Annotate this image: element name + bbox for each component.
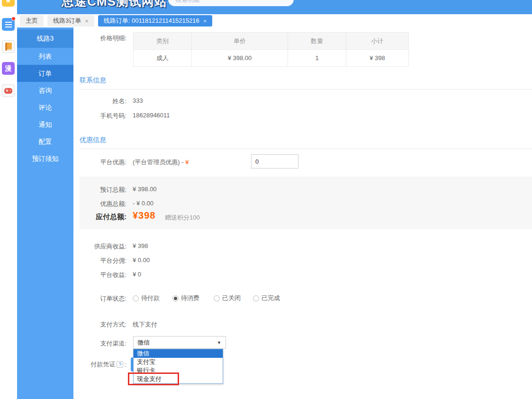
- notification-dot: [11, 17, 16, 21]
- name-value: 333: [133, 97, 143, 104]
- radio-option-pending-consume[interactable]: 待消费: [172, 294, 214, 302]
- discount-amount-input[interactable]: [251, 154, 298, 168]
- radio-option-completed[interactable]: 已完成: [253, 294, 280, 302]
- platform-discount-label: 平台优惠:: [73, 158, 126, 167]
- dropdown-option-wechat[interactable]: 微信: [134, 349, 223, 358]
- radio-icon-checked[interactable]: [172, 295, 179, 301]
- price-table-header-row: 类别 单价 数量 小计: [134, 33, 409, 50]
- col-header-subtotal: 小计: [346, 33, 409, 50]
- sidebar-item-inquiry[interactable]: 咨询: [17, 82, 73, 99]
- radio-option-closed[interactable]: 已关闭: [214, 294, 253, 302]
- section-heading-discount: 优惠信息: [80, 136, 532, 149]
- cell-subtotal: ¥ 398: [346, 50, 409, 67]
- supplier-revenue-label: 供应商收益:: [73, 242, 126, 251]
- radio-option-pending-payment[interactable]: 待付款: [133, 294, 172, 302]
- platform-commission-label: 平台分佣:: [73, 257, 126, 265]
- radio-icon[interactable]: [214, 295, 220, 301]
- annotation-highlight-box: [128, 372, 179, 385]
- phone-value: 18628946011: [133, 112, 170, 119]
- col-header-category: 类别: [134, 33, 192, 50]
- platform-revenue-value: ¥ 0: [133, 271, 141, 278]
- price-detail-table: 类别 单价 数量 小计 成人 ¥ 398.00 1 ¥ 398: [133, 32, 409, 67]
- platform-revenue-label: 平台收益:: [73, 271, 126, 279]
- close-icon[interactable]: ×: [203, 18, 207, 25]
- favorites-star-icon[interactable]: ★: [2, 0, 15, 7]
- book-icon[interactable]: [2, 40, 15, 53]
- bonus-points-note: 赠送积分100: [165, 213, 200, 222]
- totals-summary-box: 预订总额: ¥ 398.00 优惠总额: - ¥ 0.00 应付总额: ¥398…: [80, 177, 532, 229]
- payable-total-value: ¥398: [133, 210, 156, 221]
- help-icon[interactable]: ?: [117, 361, 123, 368]
- booking-total-label: 预订总额:: [80, 186, 126, 194]
- manga-icon[interactable]: 漫: [2, 62, 15, 75]
- currency-symbol: ¥: [185, 159, 189, 166]
- order-detail-panel: 价格明细: 类别 单价 数量 小计 成人 ¥ 398.00 1 ¥ 398 联系…: [73, 27, 532, 399]
- selected-channel-value: 微信: [137, 338, 150, 347]
- sidebar-item-notice[interactable]: 通知: [17, 116, 73, 133]
- tab-home[interactable]: 主页: [20, 15, 44, 27]
- search-box: [168, 0, 294, 6]
- order-status-row: 订单状态: 待付款 待消费 已关闭 已完成: [73, 294, 532, 302]
- price-table-row: 成人 ¥ 398.00 1 ¥ 398: [134, 50, 409, 67]
- close-icon[interactable]: ×: [85, 18, 89, 25]
- app-dock: ★ 漫 + ·: [0, 0, 17, 399]
- sidebar: 线路3 列表 订单 咨询 评论 通知 配置 预订须知: [17, 27, 73, 399]
- news-icon[interactable]: [2, 18, 15, 31]
- chevron-down-icon: ▼: [217, 340, 221, 345]
- sidebar-item-list[interactable]: 列表: [17, 48, 73, 65]
- book-glyph: [5, 43, 12, 51]
- discount-total-value: - ¥ 0.00: [133, 200, 153, 207]
- sidebar-item-comments[interactable]: 评论: [17, 99, 73, 116]
- tab-bar: 主页 线路3订单 × 线路订单: 00118121211415215216 ×: [17, 14, 532, 27]
- search-input[interactable]: [175, 0, 275, 6]
- payment-channel-label: 支付渠道:: [73, 339, 126, 348]
- cell-category: 成人: [134, 50, 192, 67]
- top-header: 思途CMS测试网站: [17, 0, 532, 14]
- tab-route3-orders[interactable]: 线路3订单 ×: [47, 15, 94, 27]
- phone-label: 手机号码:: [73, 112, 126, 120]
- section-heading-contact: 联系信息: [80, 76, 532, 89]
- radio-icon[interactable]: [133, 295, 139, 301]
- order-status-radio-group: 待付款 待消费 已关闭 已完成: [133, 294, 280, 302]
- payment-method-label: 支付方式:: [73, 320, 126, 329]
- discount-total-label: 优惠总额:: [80, 200, 126, 208]
- name-label: 姓名:: [73, 97, 126, 106]
- tab-route-order-detail[interactable]: 线路订单: 00118121211415215216 ×: [98, 15, 213, 27]
- radio-icon[interactable]: [253, 295, 259, 301]
- platform-discount-desc: (平台管理员优惠) - ¥: [133, 158, 189, 167]
- order-status-label: 订单状态:: [73, 294, 126, 303]
- sidebar-title-route3[interactable]: 线路3: [17, 29, 73, 48]
- payment-channel-select[interactable]: 微信 ▼: [133, 336, 226, 349]
- payable-total-label: 应付总额:: [80, 213, 126, 222]
- sidebar-item-booking-notes[interactable]: 预订须知: [17, 150, 73, 167]
- booking-total-value: ¥ 398.00: [133, 186, 157, 193]
- platform-commission-value: ¥ 0.00: [133, 257, 150, 264]
- gamepad-glyph: + ·: [4, 88, 12, 94]
- payment-method-value: 线下支付: [133, 320, 157, 329]
- search-icon-handle: [284, 0, 287, 0]
- price-detail-label: 价格明细:: [73, 34, 126, 43]
- sidebar-item-orders[interactable]: 订单: [17, 65, 73, 82]
- sidebar-item-config[interactable]: 配置: [17, 133, 73, 150]
- game-icon[interactable]: + ·: [2, 84, 15, 97]
- news-lines-glyph: [5, 22, 12, 27]
- supplier-revenue-value: ¥ 398: [133, 242, 148, 249]
- payment-voucher-label: 付款凭证 ? :: [73, 360, 126, 369]
- app-window: ★ 漫 + · 思途CMS测试网站 主页 线路3订单 × 线路订单: 00118…: [0, 0, 532, 399]
- dropdown-option-alipay[interactable]: 支付宝: [134, 358, 223, 366]
- site-logo[interactable]: 思途CMS测试网站: [62, 0, 167, 10]
- cell-unit-price: ¥ 398.00: [192, 50, 288, 67]
- col-header-unit-price: 单价: [192, 33, 288, 50]
- col-header-quantity: 数量: [288, 33, 346, 50]
- cell-quantity: 1: [288, 50, 346, 67]
